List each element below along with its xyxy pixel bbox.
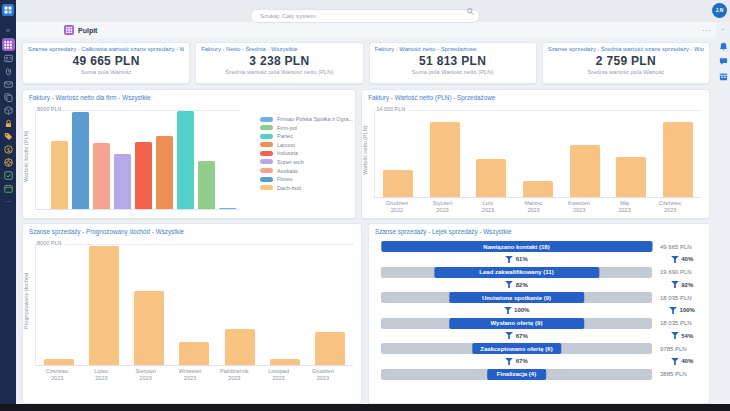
funnel-stage-bar[interactable]: Lead zakwalifikowany (11): [434, 267, 599, 278]
funnel-stage-bar[interactable]: Umówione spotkanie (9): [449, 292, 585, 303]
company-bar[interactable]: [198, 161, 215, 209]
calendar-widget-icon[interactable]: [718, 71, 729, 82]
month-bar[interactable]: [89, 246, 119, 365]
month-year: 2023: [168, 375, 212, 382]
company-bar[interactable]: [51, 141, 68, 209]
month-bar[interactable]: [225, 329, 255, 365]
topbar: J.N: [16, 0, 730, 22]
forecast-chart-plot: Prognozowany dochód 8000 PLN: [23, 236, 361, 366]
company-bar[interactable]: [156, 136, 173, 209]
user-avatar[interactable]: J.N: [712, 3, 727, 18]
month-year: 2023: [556, 207, 602, 214]
mail-icon[interactable]: [1, 78, 15, 91]
company-bar[interactable]: [72, 112, 89, 209]
kpi-card[interactable]: Faktury - Wartość netto - Sprzedażowe51 …: [369, 42, 537, 84]
window-bottom-edge: [0, 404, 730, 411]
month-bar[interactable]: [315, 332, 345, 365]
month-name: Czerwiec: [647, 200, 693, 207]
month-bar[interactable]: [476, 159, 506, 197]
month-bar[interactable]: [523, 181, 553, 197]
month-year: 2023: [602, 207, 648, 214]
funnel-stage-row: Finalizacja (4)3885 PLN: [381, 369, 704, 380]
month-name: Marzec: [511, 200, 557, 207]
month-bar[interactable]: [663, 122, 693, 197]
month-label: Maj2023: [602, 200, 648, 215]
collapse-icon[interactable]: «: [1, 24, 15, 37]
month-label: Luty2023: [465, 200, 511, 215]
search-input[interactable]: [250, 9, 480, 23]
support-icon[interactable]: [1, 156, 15, 169]
dashboard-grid-icon[interactable]: [2, 38, 15, 51]
companies-chart-card: Faktury - Wartość netto dla firm - Wszys…: [22, 89, 356, 219]
finance-icon[interactable]: $: [1, 143, 15, 156]
month-bar[interactable]: [179, 342, 209, 365]
sidebar: «$⋯: [0, 0, 16, 411]
month-bar[interactable]: [270, 359, 300, 365]
chevron-up-icon[interactable]: ˆ: [718, 26, 729, 37]
month-bar[interactable]: [134, 291, 164, 365]
month-bar[interactable]: [616, 157, 646, 197]
legend-item: Partec: [260, 133, 353, 139]
funnel-stage-bar[interactable]: Finalizacja (4): [487, 369, 547, 380]
funnel-count-percent: 100%: [381, 307, 652, 314]
kpi-card[interactable]: Szanse sprzedaży - Całkowita wartość sza…: [22, 42, 190, 84]
funnel-icon: [505, 281, 513, 288]
app-logo-icon[interactable]: [2, 2, 14, 20]
month-bar[interactable]: [44, 359, 74, 365]
kpi-value: 2 759 PLN: [548, 54, 704, 68]
funnel-stage-bar[interactable]: Wysłano ofertę (9): [449, 318, 585, 329]
month-label: Czerwiec2023: [647, 200, 693, 215]
month-label: Październik2023: [212, 368, 256, 383]
company-bar[interactable]: [135, 142, 152, 209]
funnel-chart-title: Szanse sprzedaży - Lejek sprzedaży - Wsz…: [369, 224, 709, 236]
funnel-stage-bar[interactable]: Nawiązano kontakt (18): [381, 241, 652, 252]
companies-chart-legend: Firmao Polska Spółka z Ogra...Firm-polPa…: [240, 102, 355, 210]
documents-icon[interactable]: [1, 91, 15, 104]
lock-icon[interactable]: [1, 117, 15, 130]
month-name: Maj: [602, 200, 648, 207]
attachment-icon[interactable]: [1, 65, 15, 78]
company-bar[interactable]: [114, 154, 131, 209]
funnel-count-percent: 82%: [381, 281, 652, 288]
search-icon[interactable]: [467, 8, 474, 15]
kpi-card[interactable]: Faktury - Netto - Średnia - Wszystkie3 2…: [195, 42, 363, 84]
chat-icon[interactable]: [718, 56, 729, 67]
funnel-track: Nawiązano kontakt (18): [381, 241, 652, 252]
month-bar[interactable]: [430, 122, 460, 197]
month-name: Wrzesień: [168, 368, 212, 375]
forecast-chart-ylabel: Prognozowany dochód: [23, 236, 35, 366]
legend-label: Firmao Polska Spółka z Ogra...: [277, 116, 353, 122]
month-name: Październik: [212, 368, 256, 375]
month-label: Kwiecień2023: [556, 200, 602, 215]
tag-icon[interactable]: [1, 130, 15, 143]
month-bar-slot: [36, 244, 81, 365]
header-more-icon[interactable]: ⋯: [702, 26, 710, 35]
svg-text:$: $: [6, 147, 10, 153]
month-bar-slot: [515, 110, 562, 197]
invoices-chart-card: Faktury - Wartość netto (PLN) - Sprzedaż…: [361, 89, 710, 219]
app-window: «$⋯ J.N Pulpit ⋯ ˆ Szanse sprzedaży - Ca…: [0, 0, 730, 411]
funnel-stage-bar[interactable]: Zaakceptowano ofertę (6): [472, 343, 561, 354]
invoices-chart-labels: Grudzień2022Styczeń2023Luty2023Marzec202…: [374, 200, 693, 215]
company-bar[interactable]: [177, 111, 194, 209]
products-icon[interactable]: [1, 104, 15, 117]
global-search[interactable]: [250, 4, 480, 18]
funnel-body: Nawiązano kontakt (18)49 665 PLN61%40%Le…: [369, 236, 709, 380]
company-bar[interactable]: [93, 143, 110, 209]
legend-item: Firmao Polska Spółka z Ogra...: [260, 116, 353, 122]
contacts-icon[interactable]: [1, 52, 15, 65]
calendar-icon[interactable]: [1, 182, 15, 195]
month-bar-slot: [308, 244, 353, 365]
month-label: Marzec2023: [511, 200, 557, 215]
month-bar[interactable]: [570, 145, 600, 197]
month-bar[interactable]: [383, 170, 413, 197]
funnel-value-percent: 92%: [652, 281, 704, 288]
tasks-icon[interactable]: [1, 169, 15, 182]
company-bar[interactable]: [219, 208, 236, 209]
funnel-transition-row: 67%40%: [381, 354, 704, 369]
month-bar-slot: [262, 244, 307, 365]
month-bar-slot: [217, 244, 262, 365]
notifications-bell-icon[interactable]: [718, 41, 729, 52]
kpi-card[interactable]: Szanse sprzedaży - Średnia wartość szans…: [542, 42, 710, 84]
more-icon[interactable]: ⋯: [1, 195, 15, 208]
